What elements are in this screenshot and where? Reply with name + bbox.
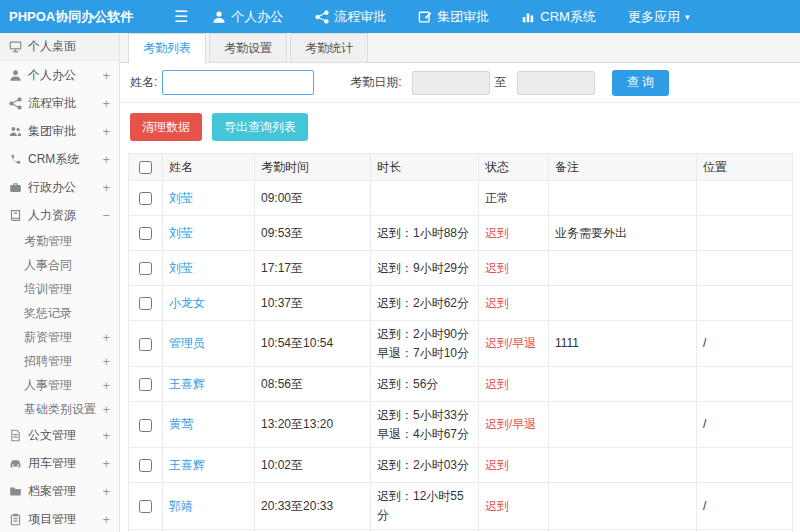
nav-item-label: CRM系统 [540, 8, 596, 26]
sidebar-item-label: 档案管理 [28, 483, 98, 500]
nav-item-2[interactable]: 集团审批 [418, 8, 489, 26]
expand-plus-icon: + [102, 378, 110, 393]
row-checkbox[interactable] [139, 459, 152, 472]
expand-plus-icon: + [102, 330, 110, 345]
sidebar-subitem-label: 人事合同 [24, 257, 110, 274]
row-checkbox[interactable] [139, 338, 152, 351]
row-checkbox[interactable] [139, 262, 152, 275]
date-to-input[interactable] [517, 71, 595, 95]
menu-toggle-icon[interactable]: ☰ [174, 9, 188, 25]
sidebar-item-5[interactable]: 行政办公+ [0, 173, 119, 201]
nav-item-1[interactable]: 流程审批 [315, 8, 386, 26]
tab-1[interactable]: 考勤设置 [209, 33, 287, 62]
table-row: 刘莹17:17至迟到：9小时29分迟到 [129, 251, 793, 286]
status-cell: 正常 [479, 181, 549, 216]
employee-name-link[interactable]: 王喜辉 [169, 458, 205, 472]
date-from-input[interactable] [412, 71, 490, 95]
duration-cell: 迟到：56分 [371, 367, 479, 402]
location-cell [697, 251, 793, 286]
sidebar-item-4[interactable]: CRM系统+ [0, 145, 119, 173]
sidebar-item-7[interactable]: 公文管理+ [0, 421, 119, 449]
row-checkbox[interactable] [139, 419, 152, 432]
attendance-time-cell: 10:54至10:54 [255, 321, 371, 367]
status-cell: 迟到 [479, 448, 549, 483]
column-header: 状态 [479, 154, 549, 181]
column-header: 考勤时间 [255, 154, 371, 181]
sidebar-item-0[interactable]: 个人桌面 [0, 33, 119, 61]
tab-2[interactable]: 考勤统计 [290, 33, 368, 62]
sidebar-item-3[interactable]: 集团审批+ [0, 117, 119, 145]
attendance-time-cell: 09:53至 [255, 216, 371, 251]
sidebar-item-label: CRM系统 [28, 151, 98, 168]
employee-name-link[interactable]: 郭靖 [169, 499, 193, 513]
app-logo[interactable]: PHPOA协同办公软件 [0, 8, 126, 26]
location-cell [697, 181, 793, 216]
sidebar-item-10[interactable]: 项目管理+ [0, 505, 119, 532]
note-cell: 1111 [549, 321, 697, 367]
duration-cell [371, 181, 479, 216]
nav-item-label: 流程审批 [334, 8, 386, 26]
sidebar-item-label: 个人桌面 [28, 38, 110, 55]
row-checkbox[interactable] [139, 500, 152, 513]
sidebar-subitem-6-4[interactable]: 薪资管理+ [0, 325, 119, 349]
briefcase-icon [9, 181, 22, 194]
attendance-time-cell: 17:17至 [255, 251, 371, 286]
search-button[interactable]: 查 询 [612, 70, 669, 96]
tab-0[interactable]: 考勤列表 [128, 33, 206, 63]
flow-icon [315, 10, 329, 24]
row-checkbox[interactable] [139, 192, 152, 205]
employee-name-link[interactable]: 管理员 [169, 336, 205, 350]
employee-name-link[interactable]: 刘莹 [169, 226, 193, 240]
table-row: 郭靖20:33至20:33迟到：12小时55分迟到/ [129, 483, 793, 529]
table-row: 王喜辉08:56至迟到：56分迟到 [129, 367, 793, 402]
sidebar-subitem-6-6[interactable]: 人事管理+ [0, 373, 119, 397]
name-filter-input[interactable] [162, 70, 314, 95]
export-list-button[interactable]: 导出查询列表 [212, 113, 308, 141]
expand-plus-icon: + [102, 354, 110, 369]
sidebar-subitem-6-5[interactable]: 招聘管理+ [0, 349, 119, 373]
attendance-time-cell: 20:33至20:33 [255, 483, 371, 529]
attendance-table: 姓名考勤时间时长状态备注位置 刘莹09:00至正常刘莹09:53至迟到：1小时8… [128, 153, 793, 532]
select-all-checkbox[interactable] [139, 161, 152, 174]
sidebar-subitem-6-1[interactable]: 人事合同 [0, 253, 119, 277]
sidebar-item-8[interactable]: 用车管理+ [0, 449, 119, 477]
user-icon [9, 69, 22, 82]
nav-item-3[interactable]: CRM系统 [521, 8, 596, 26]
user-icon [212, 10, 226, 24]
sidebar-item-6[interactable]: 人力资源− [0, 201, 119, 229]
sidebar-item-label: 公文管理 [28, 427, 98, 444]
sidebar-subitem-6-7[interactable]: 基础类别设置+ [0, 397, 119, 421]
employee-name-link[interactable]: 小龙女 [169, 296, 205, 310]
table-body: 刘莹09:00至正常刘莹09:53至迟到：1小时88分迟到业务需要外出刘莹17:… [129, 181, 793, 532]
row-checkbox[interactable] [139, 227, 152, 240]
column-header: 位置 [697, 154, 793, 181]
nav-item-4[interactable]: 更多应用▾ [628, 8, 690, 26]
employee-name-link[interactable]: 黄莺 [169, 417, 193, 431]
sidebar-item-2[interactable]: 流程审批+ [0, 89, 119, 117]
main-content: 考勤列表考勤设置考勤统计 姓名: 考勤日期: 至 查 询 清理数据 导出查询列表… [120, 33, 800, 532]
employee-name-link[interactable]: 王喜辉 [169, 377, 205, 391]
employee-name-link[interactable]: 刘莹 [169, 191, 193, 205]
row-checkbox[interactable] [139, 297, 152, 310]
sidebar-item-9[interactable]: 档案管理+ [0, 477, 119, 505]
folder-icon [9, 485, 22, 498]
expand-plus-icon: + [102, 68, 110, 83]
top-nav: 个人办公流程审批集团审批CRM系统更多应用▾ [212, 8, 721, 26]
note-cell [549, 286, 697, 321]
expand-plus-icon: + [102, 152, 110, 167]
note-cell [549, 181, 697, 216]
sidebar-subitem-6-3[interactable]: 奖惩记录 [0, 301, 119, 325]
sidebar-item-label: 用车管理 [28, 455, 98, 472]
sidebar-subitem-6-2[interactable]: 培训管理 [0, 277, 119, 301]
sidebar-item-label: 个人办公 [28, 67, 98, 84]
sidebar-item-1[interactable]: 个人办公+ [0, 61, 119, 89]
topbar: PHPOA协同办公软件 ☰ 个人办公流程审批集团审批CRM系统更多应用▾ [0, 0, 800, 33]
sidebar-subitem-6-0[interactable]: 考勤管理 [0, 229, 119, 253]
row-checkbox[interactable] [139, 378, 152, 391]
nav-item-0[interactable]: 个人办公 [212, 8, 283, 26]
duration-cell: 迟到：5小时33分早退：4小时67分 [371, 402, 479, 448]
nav-item-label: 个人办公 [231, 8, 283, 26]
employee-name-link[interactable]: 刘莹 [169, 261, 193, 275]
clear-data-button[interactable]: 清理数据 [130, 113, 202, 141]
table-header-row: 姓名考勤时间时长状态备注位置 [129, 154, 793, 181]
